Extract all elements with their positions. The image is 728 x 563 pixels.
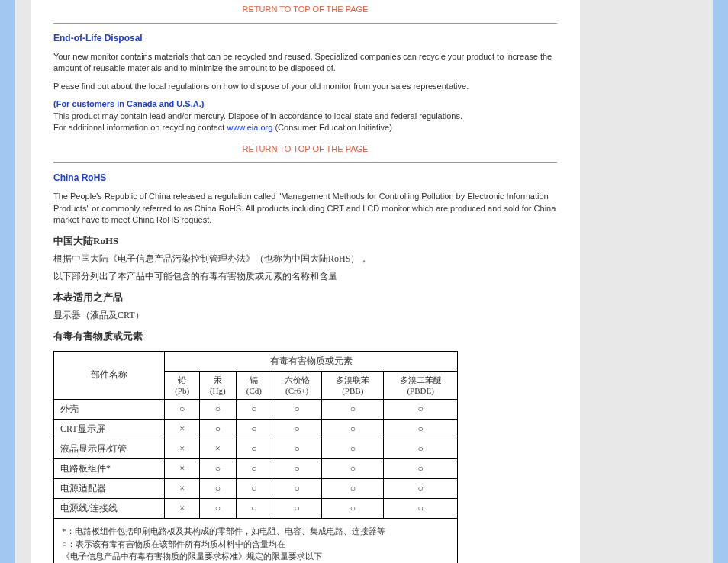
table-notes-row: *：电路板组件包括印刷电路板及其构成的零部件，如电阻、电容、集成电路、连接器等 …	[54, 519, 458, 563]
return-top-link-1[interactable]: RETURN TO TOP OF THE PAGE	[53, 0, 557, 18]
table-col-header: 六价铬(Cr6+)	[272, 371, 321, 400]
table-value-cell: ○	[236, 420, 272, 439]
table-value-cell: ○	[322, 459, 384, 479]
table-value-cell: ○	[384, 479, 458, 499]
table-value-cell: ○	[199, 420, 236, 439]
table-value-cell: ×	[165, 439, 199, 459]
table-value-cell: ○	[322, 439, 384, 459]
table-header-row-1: 部件名称 有毒有害物质或元素	[54, 351, 458, 371]
left-stripe	[0, 0, 15, 563]
table-notes: *：电路板组件包括印刷电路板及其构成的零部件，如电阻、电容、集成电路、连接器等 …	[54, 519, 458, 563]
return-top-link-2[interactable]: RETURN TO TOP OF THE PAGE	[53, 140, 557, 158]
usca-heading: (For customers in Canada and U.S.A.)	[53, 99, 204, 108]
table-part-cell: 电路板组件*	[54, 459, 165, 479]
table-value-cell: ○	[384, 400, 458, 420]
table-part-cell: CRT显示屏	[54, 420, 165, 439]
table-value-cell: ○	[384, 459, 458, 479]
table-row: 电源线/连接线×○○○○○	[54, 499, 458, 519]
table-value-cell: ×	[199, 439, 236, 459]
table-col-header: 多溴二苯醚(PBDE)	[384, 371, 458, 400]
table-value-cell: ○	[199, 459, 236, 479]
paper: RETURN TO TOP OF THE PAGE End-of-Life Di…	[31, 0, 580, 563]
table-value-cell: ○	[236, 400, 272, 420]
table-value-cell: ○	[272, 420, 321, 439]
table-value-cell: ○	[384, 439, 458, 459]
cn-line1: 根据中国大陆《电子信息产品污染控制管理办法》（也称为中国大陆RoHS），	[53, 253, 557, 265]
table-value-cell: ○	[322, 420, 384, 439]
divider	[53, 23, 557, 24]
table-value-cell: ×	[165, 479, 199, 499]
table-value-cell: ○	[236, 499, 272, 519]
table-value-cell: ×	[165, 459, 199, 479]
eol-usca: (For customers in Canada and U.S.A.) Thi…	[53, 98, 557, 134]
table-value-cell: ○	[384, 499, 458, 519]
eol-p2: Please find out about the local regulati…	[53, 81, 557, 92]
usca-line2b: (Consumer Education Initiative)	[272, 123, 392, 132]
table-value-cell: ○	[272, 439, 321, 459]
cn-head1: 中国大陆RoHS	[53, 234, 557, 248]
rohs-table: 部件名称 有毒有害物质或元素 铅(Pb)汞(Hg)镉(Cd)六价铬(Cr6+)多…	[53, 351, 458, 563]
table-col-header: 镉(Cd)	[236, 371, 272, 400]
table-row: 液晶显示屏/灯管××○○○○	[54, 439, 458, 459]
eia-link[interactable]: www.eia.org	[227, 123, 272, 132]
eol-heading: End-of-Life Disposal	[53, 33, 557, 43]
rohs-intro: The People's Republic of China released …	[53, 191, 557, 226]
cn-head2: 本表适用之产品	[53, 291, 557, 304]
table-value-cell: ×	[165, 420, 199, 439]
table-value-cell: ○	[322, 499, 384, 519]
th-part: 部件名称	[54, 351, 165, 400]
table-value-cell: ○	[236, 479, 272, 499]
usca-line1: This product may contain lead and/or mer…	[53, 111, 462, 121]
table-value-cell: ○	[322, 479, 384, 499]
table-value-cell: ○	[199, 400, 236, 420]
page-outer: RETURN TO TOP OF THE PAGE End-of-Life Di…	[0, 0, 728, 563]
table-col-header: 铅(Pb)	[165, 371, 199, 400]
table-value-cell: ○	[236, 439, 272, 459]
table-part-cell: 外壳	[54, 400, 165, 420]
table-part-cell: 液晶显示屏/灯管	[54, 439, 165, 459]
table-value-cell: ○	[322, 400, 384, 420]
table-col-header: 汞(Hg)	[199, 371, 236, 400]
table-value-cell: ○	[272, 499, 321, 519]
usca-line2a: For additional information on recycling …	[53, 123, 227, 132]
cn-line2: 以下部分列出了本产品中可能包含的有毒有害物质或元素的名称和含量	[53, 270, 557, 283]
table-value-cell: ○	[384, 420, 458, 439]
table-col-header: 多溴联苯(PBB)	[322, 371, 384, 400]
table-row: CRT显示屏×○○○○○	[54, 420, 458, 439]
divider	[53, 162, 557, 163]
table-value-cell: ○	[199, 479, 236, 499]
table-value-cell: ○	[236, 459, 272, 479]
table-value-cell: ○	[165, 400, 199, 420]
rohs-heading: China RoHS	[53, 172, 557, 183]
cn-line3: 显示器（液晶及CRT）	[53, 309, 557, 322]
table-value-cell: ○	[272, 400, 321, 420]
table-row: 电路板组件*×○○○○○	[54, 459, 458, 479]
table-row: 外壳○○○○○○	[54, 400, 458, 420]
table-value-cell: ○	[272, 479, 321, 499]
th-group: 有毒有害物质或元素	[165, 351, 458, 371]
table-value-cell: ○	[272, 459, 321, 479]
table-row: 电源适配器×○○○○○	[54, 479, 458, 499]
table-value-cell: ○	[199, 499, 236, 519]
content-wrap: RETURN TO TOP OF THE PAGE End-of-Life Di…	[15, 0, 713, 563]
cn-head3: 有毒有害物质或元素	[53, 330, 557, 343]
table-part-cell: 电源适配器	[54, 479, 165, 499]
table-part-cell: 电源线/连接线	[54, 499, 165, 519]
eol-p1: Your new monitor contains materials that…	[53, 51, 557, 75]
right-stripe	[713, 0, 728, 563]
table-value-cell: ×	[165, 499, 199, 519]
